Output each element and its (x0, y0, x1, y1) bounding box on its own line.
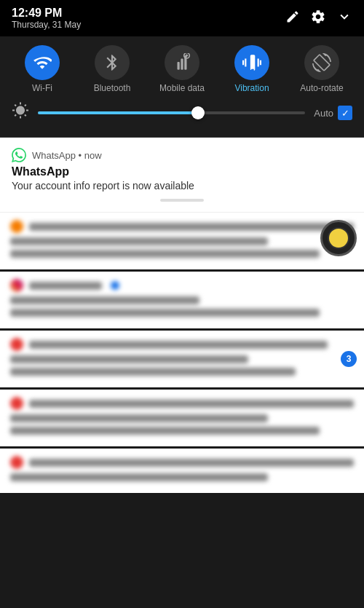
brightness-auto-label: Auto (314, 108, 333, 119)
blurred-notification-1[interactable] (0, 213, 364, 272)
brightness-icon (12, 102, 29, 124)
quick-icon-mobiledata[interactable]: Mobile data (153, 45, 211, 93)
blur-thumbnail-1 (320, 220, 357, 256)
notification-badge-3: 3 (341, 351, 357, 367)
vibration-circle[interactable] (234, 45, 269, 80)
blur-content-5 (10, 456, 354, 481)
wifi-label: Wi-Fi (32, 83, 52, 93)
edit-icon (285, 9, 300, 28)
settings-icon[interactable] (310, 9, 326, 28)
autorotate-label: Auto-rotate (300, 83, 343, 93)
blur-content-2 (10, 279, 354, 317)
status-icons (285, 9, 352, 28)
notification-drag-handle (160, 199, 204, 202)
vibration-label: Vibration (234, 83, 269, 93)
blur-avatar-5 (10, 456, 23, 469)
whatsapp-icon (12, 148, 26, 162)
blur-avatar-4 (10, 397, 23, 410)
status-time: 12:49 PM (12, 7, 81, 20)
notification-header: WhatsApp • now (12, 148, 352, 162)
blurred-notification-2[interactable] (0, 272, 364, 331)
whatsapp-notification[interactable]: WhatsApp • now WhatsApp Your account inf… (0, 138, 364, 213)
quick-icon-wifi[interactable]: Wi-Fi (13, 45, 71, 93)
blur-content-3 (10, 338, 354, 376)
brightness-fill (38, 111, 198, 114)
blurred-notifications-area: 3 (0, 213, 364, 495)
quick-icon-vibration[interactable]: Vibration (223, 45, 281, 93)
status-bar: 12:49 PM Thursday, 31 May (0, 0, 364, 36)
bluetooth-circle[interactable] (95, 45, 130, 80)
mobiledata-circle[interactable] (165, 45, 199, 80)
notification-title: WhatsApp (12, 165, 352, 178)
svg-rect-2 (178, 62, 180, 70)
quick-icons-row: Wi-Fi Bluetooth Mobile data (0, 45, 364, 99)
bluetooth-label: Bluetooth (94, 83, 131, 93)
brightness-auto-group: Auto (314, 106, 352, 120)
blur-content-1 (10, 220, 354, 258)
blurred-notification-5[interactable] (0, 449, 364, 495)
mobiledata-label: Mobile data (159, 83, 205, 93)
brightness-thumb[interactable] (191, 106, 205, 119)
notification-body: Your account info report is now availabl… (12, 180, 352, 192)
blur-avatar-2 (10, 279, 23, 292)
status-date: Thursday, 31 May (12, 20, 81, 30)
brightness-slider[interactable] (38, 111, 305, 114)
blur-avatar-3 (10, 338, 23, 351)
brightness-auto-checkbox[interactable] (338, 106, 352, 120)
chevron-down-icon[interactable] (336, 9, 352, 28)
notification-app-name: WhatsApp • now (32, 150, 102, 161)
autorotate-circle[interactable] (304, 45, 339, 80)
quick-icon-autorotate[interactable]: Auto-rotate (293, 45, 351, 93)
blur-content-4 (10, 397, 354, 435)
quick-icon-bluetooth[interactable]: Bluetooth (83, 45, 141, 93)
svg-rect-1 (181, 59, 183, 70)
blur-avatar-1 (10, 220, 23, 233)
instagram-badge (111, 281, 119, 290)
quick-settings-panel: Wi-Fi Bluetooth Mobile data (0, 36, 364, 137)
blurred-notifications-list: 3 (0, 213, 364, 495)
blurred-notification-3[interactable]: 3 (0, 331, 364, 390)
wifi-circle[interactable] (25, 45, 60, 80)
blurred-notification-4[interactable] (0, 390, 364, 449)
brightness-row: Auto (0, 99, 364, 131)
